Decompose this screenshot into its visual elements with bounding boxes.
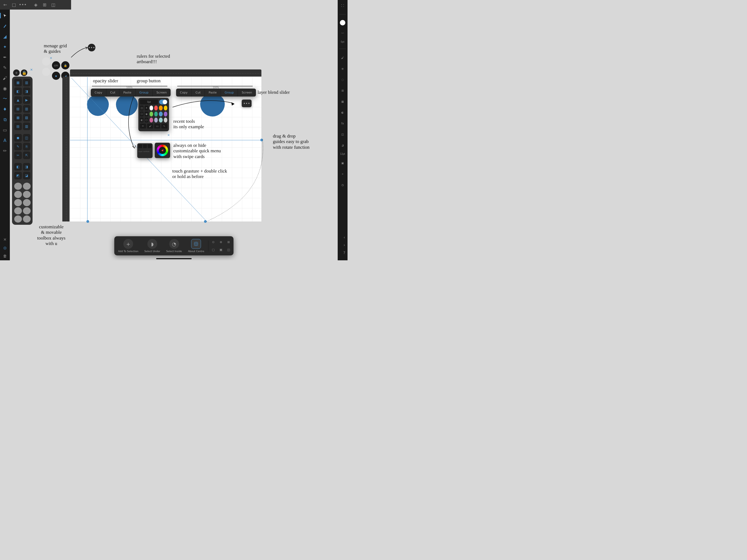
toolbox-add-button[interactable]: +: [13, 70, 20, 76]
node-tool[interactable]: [2, 23, 8, 29]
swatch-lavender[interactable]: [154, 118, 158, 123]
grid-circle-1[interactable]: [42, 57, 50, 66]
shape-tool[interactable]: ♦: [2, 106, 8, 112]
select-under-button[interactable]: ◗Select Under: [142, 238, 162, 254]
color-wheel-icon[interactable]: [157, 145, 168, 156]
layer-tool[interactable]: ◧: [14, 163, 22, 171]
vertical-guide[interactable]: [87, 77, 87, 221]
align-center-tool[interactable]: ▦: [14, 114, 22, 121]
selection-panel-icon[interactable]: ◌: [339, 76, 346, 83]
snapping-toggle[interactable]: ◎: [3, 246, 6, 250]
move-tool[interactable]: [2, 13, 8, 18]
cut-tool[interactable]: ✂: [14, 152, 22, 159]
flip-v-tool[interactable]: ▶: [23, 96, 31, 104]
swatch-purple[interactable]: [164, 111, 168, 117]
guide-handle-1[interactable]: [86, 220, 89, 223]
select-inside-button[interactable]: ◔Select Inside: [164, 238, 184, 254]
swatches-panel-icon[interactable]: ⊞: [339, 87, 346, 94]
corner-tool[interactable]: ◢: [2, 34, 8, 39]
toolbox-close-icon[interactable]: ✕: [30, 68, 33, 72]
menu-group[interactable]: Group: [136, 88, 153, 97]
pencil-tool[interactable]: ✎: [2, 65, 8, 70]
link-tool[interactable]: ⎘: [23, 143, 31, 150]
order-tool[interactable]: ◨: [23, 87, 31, 95]
popup-close-icon[interactable]: ✕: [168, 133, 170, 137]
swatch-yellow[interactable]: [164, 105, 168, 110]
stroke-icon[interactable]: 〰: [339, 30, 346, 36]
edit-tool[interactable]: ✎: [14, 143, 22, 150]
flip-h-tool[interactable]: ▲: [14, 96, 22, 104]
swatch-green[interactable]: [150, 111, 153, 117]
ungroup-tool[interactable]: ◪: [23, 172, 31, 179]
arrange-tool[interactable]: ◧: [14, 87, 22, 95]
adjustment-panel-icon[interactable]: ◐: [339, 109, 346, 116]
text-panel-icon[interactable]: a: [339, 142, 346, 149]
dup-tool[interactable]: ◨: [23, 163, 31, 171]
menu-screen[interactable]: Screen: [153, 88, 171, 97]
recent-tool-2[interactable]: ✦: [145, 105, 148, 110]
recent-tool-6[interactable]: ⬡: [145, 118, 148, 123]
fill-color-swatch[interactable]: [340, 20, 345, 25]
nav-forward-icon[interactable]: ›: [343, 243, 345, 247]
more-button[interactable]: •••: [19, 1, 27, 9]
align-tool[interactable]: ▦: [14, 79, 22, 86]
menu-cut[interactable]: Cut: [106, 88, 120, 97]
quick-tool-2[interactable]: 🖌: [147, 124, 153, 128]
trash-icon[interactable]: 🗑: [3, 254, 7, 258]
brush-tool[interactable]: 🖌: [2, 75, 8, 81]
history-panel-icon[interactable]: ◷: [339, 182, 346, 188]
align-left-tool[interactable]: ▤: [14, 105, 22, 113]
grid-close-icon[interactable]: ✕: [50, 56, 52, 60]
swatch-red[interactable]: [154, 105, 158, 110]
menu2-screen[interactable]: Screen: [238, 88, 256, 97]
layers-panel-icon[interactable]: ≣: [339, 65, 346, 72]
transform-origin-grid[interactable]: ⊙⊕⊞ ▢▣◫: [210, 239, 232, 253]
swatch-cyan[interactable]: [159, 118, 162, 123]
align-right-tool[interactable]: ▥: [23, 105, 31, 113]
distribute-tool[interactable]: ▥: [23, 79, 31, 86]
group-tool[interactable]: ◩: [14, 172, 22, 179]
grid-snap-button[interactable]: ▪: [52, 72, 60, 80]
swatch-pink[interactable]: [150, 118, 153, 123]
nav-back-icon[interactable]: ‹: [343, 235, 345, 239]
swatch-orange[interactable]: [159, 105, 162, 110]
stock-panel-icon[interactable]: ▦: [339, 98, 346, 105]
crop-tool[interactable]: ⧉: [2, 117, 8, 122]
quick-tool-3[interactable]: ▭: [154, 124, 160, 128]
transform-panel-icon[interactable]: ▣: [339, 160, 346, 166]
vector-brush-tool[interactable]: 〜: [2, 96, 8, 101]
swatch-teal[interactable]: [154, 111, 158, 117]
recent-tool-4[interactable]: ◉: [145, 111, 148, 117]
swatch-grey[interactable]: [164, 118, 168, 123]
boolean-tool[interactable]: ◫: [23, 134, 31, 142]
floating-toolbox[interactable]: ▦▥ ◧◨ ▲▶ ▤▥ ▦▧ ▤▥ ◼◫ ✎⎘ ✂⇱ ◧◨ ◩◪: [12, 77, 32, 225]
swatch-white[interactable]: [150, 105, 153, 110]
styles-panel-icon[interactable]: ◫: [339, 131, 346, 137]
quick-tool-4[interactable]: ↖: [161, 124, 168, 128]
point-transform-tool[interactable]: ✦: [2, 44, 8, 50]
navigator-panel-icon[interactable]: ✧: [339, 171, 346, 177]
menu2-paste[interactable]: Paste: [205, 88, 221, 97]
space-v-tool[interactable]: ▥: [23, 123, 31, 130]
menu2-group[interactable]: Group: [221, 88, 238, 97]
close-icon[interactable]: ✕: [3, 237, 6, 242]
back-button[interactable]: ←: [1, 1, 9, 9]
fill-tool[interactable]: ◉: [2, 85, 8, 91]
menu-copy[interactable]: Copy: [91, 88, 106, 97]
export-tool[interactable]: ⇱: [23, 152, 31, 159]
context-more-button[interactable]: •••: [242, 100, 252, 107]
document-button[interactable]: □: [10, 1, 18, 9]
menu-paste[interactable]: Paste: [120, 88, 136, 97]
horizontal-ruler[interactable]: [70, 70, 261, 77]
swatch-blue[interactable]: [159, 111, 162, 117]
stroke-weight-display[interactable]: 0pt: [140, 100, 158, 104]
grid-units-button[interactable]: cm: [52, 61, 60, 70]
brush-panel-icon[interactable]: 🖌: [339, 54, 346, 61]
space-h-tool[interactable]: ▤: [14, 123, 22, 130]
menu2-copy[interactable]: Copy: [176, 88, 192, 97]
grid-circle-2[interactable]: [42, 68, 50, 76]
dashboard-button[interactable]: ◫: [49, 1, 57, 9]
rectangle-tool[interactable]: ▭: [2, 127, 8, 133]
geom-tool[interactable]: ◼: [14, 134, 22, 142]
grid-toggle-button[interactable]: ⊞: [41, 1, 49, 9]
